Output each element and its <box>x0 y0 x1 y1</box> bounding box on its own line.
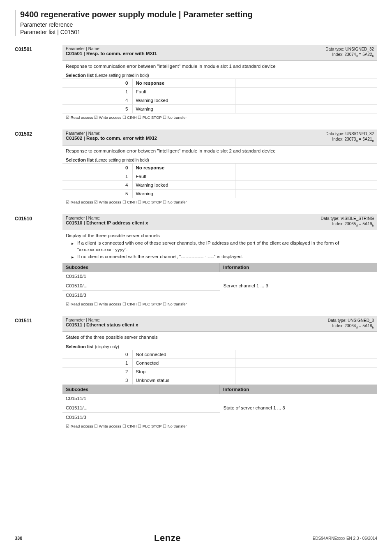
param-c01502: C01502 Parameter | Name: C01502 | Resp. … <box>15 130 377 206</box>
selection-list: 0No response 1Fault 4Warning locked 5War… <box>62 79 377 113</box>
subcode: C01510/... <box>62 281 220 290</box>
param-header: Parameter | Name: C01510 | Ethernet IP a… <box>62 214 377 230</box>
param-name-label: Parameter | Name: <box>66 318 138 322</box>
selection-row: 5Warning <box>62 190 377 198</box>
param-name-label: Parameter | Name: <box>66 131 157 136</box>
param-datatype: Data type: UNSIGNED_32 <box>325 46 374 52</box>
param-id: C01501 <box>15 45 62 121</box>
selection-row: 1Connected <box>62 358 377 367</box>
param-name-main: C01501 | Resp. to comm. error with MXI1 <box>66 51 157 56</box>
param-desc: Display of the three possible server cha… <box>62 230 377 263</box>
page-title: 9400 regenerative power supply module | … <box>20 10 377 19</box>
param-index: Index: 23065d = 5A19h <box>321 221 374 228</box>
page-number: 330 <box>15 536 22 541</box>
param-desc: Response to communication error between … <box>62 61 377 72</box>
subcode: C01511/... <box>62 403 220 412</box>
access-flags: ☑ Read access ☑ Write access ☐ CINH ☐ PL… <box>62 113 377 121</box>
selection-row: 4Warning locked <box>62 96 377 105</box>
param-name-label: Parameter | Name: <box>66 216 148 220</box>
param-c01501: C01501 Parameter | Name: C01501 | Resp. … <box>15 45 377 121</box>
param-datatype: Data type: VISIBLE_STRING <box>321 216 374 221</box>
param-index: Index: 23073d = 5A21h <box>325 136 374 143</box>
param-id: C01511 <box>15 316 62 430</box>
subcode-info: State of server channel 1 ... 3 <box>220 394 377 422</box>
param-desc: States of the three possible server chan… <box>62 332 377 342</box>
subcodes-table: C01511/1State of server channel 1 ... 3 … <box>62 394 377 422</box>
param-header: Parameter | Name: C01502 | Resp. to comm… <box>62 130 377 145</box>
page-header: 9400 regenerative power supply module | … <box>15 10 377 36</box>
param-name-main: C01511 | Ethernet status client x <box>66 322 138 327</box>
param-id: C01510 <box>15 214 62 308</box>
subcode: C01510/1 <box>62 272 220 281</box>
subcodes-header: Subcodes Information <box>62 385 377 394</box>
subcode: C01511/1 <box>62 394 220 403</box>
param-name-main: C01502 | Resp. to comm. error with MXI2 <box>66 136 157 141</box>
subcodes-header: Subcodes Information <box>62 263 377 272</box>
param-index: Index: 23064d = 5A18h <box>328 323 374 330</box>
selection-row: 0Not connected <box>62 350 377 359</box>
access-flags: ☑ Read access ☐ Write access ☐ CINH ☐ PL… <box>62 300 377 308</box>
selection-row: 0No response <box>62 79 377 88</box>
param-c01510: C01510 Parameter | Name: C01510 | Ethern… <box>15 214 377 308</box>
subtitle-1: Parameter reference <box>20 21 377 28</box>
selection-row: 3Unknown status <box>62 376 377 384</box>
selection-list: 0Not connected 1Connected 2Stop 3Unknown… <box>62 350 377 385</box>
subcode: C01511/3 <box>62 412 220 422</box>
selection-row: 1Fault <box>62 172 377 181</box>
lenze-logo: Lenze <box>154 533 181 543</box>
selection-row: 4Warning locked <box>62 181 377 190</box>
subcodes-table: C01510/1Server channel 1 ... 3 C01510/..… <box>62 272 377 300</box>
param-id: C01502 <box>15 130 62 206</box>
param-datatype: Data type: UNSIGNED_32 <box>325 131 374 136</box>
param-desc: Response to communication error between … <box>62 146 377 156</box>
page-footer: 330 Lenze EDS94ARNExxxx EN 2.3 · 06/2014 <box>15 533 377 543</box>
desc-bullet: If a client is connected with one of the… <box>73 240 374 253</box>
subtitle-2: Parameter list | C01501 <box>20 28 377 36</box>
selection-list: 0No response 1Fault 4Warning locked 5War… <box>62 164 377 198</box>
selection-title: Selection list (Lenze setting printed in… <box>62 156 377 164</box>
subcode-info: Server channel 1 ... 3 <box>220 272 377 300</box>
selection-row: 5Warning <box>62 105 377 113</box>
param-header: Parameter | Name: C01511 | Ethernet stat… <box>62 316 377 332</box>
param-index: Index: 23074d = 5A22h <box>325 52 374 58</box>
doc-id: EDS94ARNExxxx EN 2.3 · 06/2014 <box>313 536 377 541</box>
selection-row: 0No response <box>62 164 377 172</box>
param-c01511: C01511 Parameter | Name: C01511 | Ethern… <box>15 316 377 430</box>
access-flags: ☑ Read access ☐ Write access ☐ CINH ☐ PL… <box>62 422 377 430</box>
param-header: Parameter | Name: C01501 | Resp. to comm… <box>62 45 377 60</box>
selection-row: 2Stop <box>62 367 377 376</box>
access-flags: ☑ Read access ☑ Write access ☐ CINH ☐ PL… <box>62 198 377 206</box>
selection-row: 1Fault <box>62 88 377 96</box>
param-datatype: Data type: UNSIGNED_8 <box>328 318 374 323</box>
selection-title: Selection list (display only) <box>62 342 377 350</box>
selection-title: Selection list (Lenze setting printed in… <box>62 71 377 79</box>
desc-bullet: If no client is connected with the serve… <box>73 254 374 260</box>
subcode: C01510/3 <box>62 290 220 300</box>
param-name-label: Parameter | Name: <box>66 46 157 51</box>
param-name-main: C01510 | Ethernet IP address client x <box>66 220 148 225</box>
